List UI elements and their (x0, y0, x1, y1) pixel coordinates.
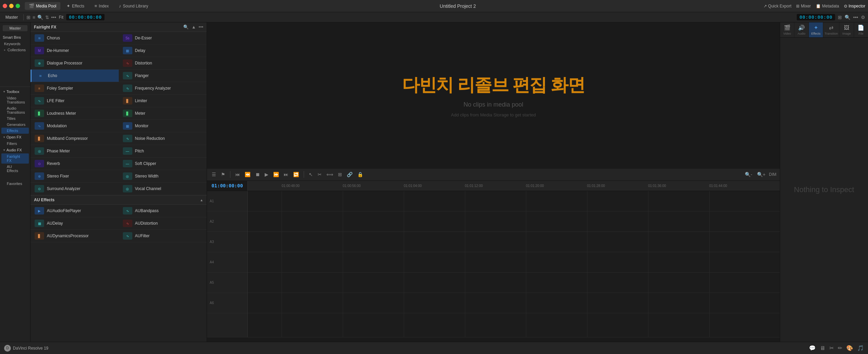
inspector-tab-audio[interactable]: 🔊 Audio (794, 22, 809, 37)
settings-icon[interactable]: ⚙ (861, 15, 865, 20)
chat-icon[interactable]: 💬 (809, 345, 816, 351)
fx-foley-sampler[interactable]: ≡ Foley Sampler (31, 82, 119, 95)
fx-au-filter[interactable]: ∿ AUFilter (119, 230, 207, 242)
grid-icon[interactable]: ⊞ (26, 15, 31, 20)
fx-phase-meter[interactable]: ◎ Phase Meter (31, 145, 119, 157)
fx-flanger[interactable]: ∿ Flanger (119, 70, 207, 82)
flag-button[interactable]: ⚑ (220, 171, 227, 178)
zoom-out-timeline[interactable]: 🔍- (743, 171, 754, 178)
search-icon[interactable]: 🔍 (37, 15, 43, 20)
fx-noise-reduction[interactable]: ∿ Noise Reduction (119, 132, 207, 145)
fx-meter[interactable]: ▊ Meter (119, 107, 207, 120)
mixer-button[interactable]: ⊞ Mixer (796, 4, 811, 8)
loop-button[interactable]: 🔁 (292, 171, 300, 178)
fx-loudness-meter[interactable]: ▊ Loudness Meter (31, 107, 119, 120)
sidebar-item-filters[interactable]: Filters (1, 141, 29, 147)
step-forward[interactable]: ⏩ (272, 171, 280, 178)
search-fx-button[interactable]: 🔍 (183, 24, 189, 30)
fx-au-dynamics-processor[interactable]: ▊ AUDynamicsProcessor (31, 230, 119, 242)
fx-lfe-filter[interactable]: ∿ LFE Filter (31, 95, 119, 107)
view-icon[interactable]: ⊞ (838, 15, 842, 20)
sidebar-item-au-effects[interactable]: AU Effects (1, 164, 29, 174)
minimize-button[interactable] (9, 4, 14, 8)
cut-page-icon[interactable]: ✂ (829, 345, 834, 351)
fx-surround-analyzer[interactable]: ⊙ Surround Analyzer (31, 183, 119, 195)
select-tool[interactable]: ↖ (307, 171, 314, 178)
more-options-icon[interactable]: ••• (853, 15, 858, 20)
keywords-item[interactable]: Keywords (3, 41, 27, 47)
fx-frequency-analyzer[interactable]: ∿ Frequency Analyzer (119, 82, 207, 95)
go-to-end[interactable]: ⏭ (282, 171, 290, 178)
inspector-tab-file[interactable]: 📄 File (854, 22, 868, 37)
inspector-tab-image[interactable]: 🖼 Image (839, 22, 854, 37)
fx-pitch[interactable]: — Pitch (119, 145, 207, 157)
sidebar-item-audio-transitions[interactable]: Audio Transitions (1, 105, 29, 115)
metadata-button[interactable]: 📋 Metadata (816, 4, 839, 8)
fx-au-distortion[interactable]: ∿ AUDistortion (119, 217, 207, 230)
inspector-tab-transition[interactable]: ⇄ Transition (823, 22, 839, 37)
play-button[interactable]: ▶ (263, 171, 270, 178)
fx-reverb[interactable]: ⊙ Reverb (31, 157, 119, 170)
tab-effects[interactable]: ✦ Effects (62, 2, 88, 10)
list-icon[interactable]: ≡ (33, 15, 35, 20)
quick-export-button[interactable]: ↗ Quick Export (763, 4, 792, 8)
blade-tool[interactable]: ✂ (316, 171, 323, 178)
zoom-icon[interactable]: 🔍 (845, 15, 850, 20)
tab-media-pool[interactable]: 🎬 Media Pool (25, 2, 60, 10)
fx-echo[interactable]: ≋ Echo (31, 70, 119, 82)
fx-chorus[interactable]: ≋ Chorus (31, 32, 119, 44)
fx-au-delay[interactable]: ▦ AUDelay (31, 217, 119, 230)
fx-monitor[interactable]: ▦ Monitor (119, 120, 207, 132)
maximize-button[interactable] (16, 4, 20, 8)
fx-de-hummer[interactable]: M De-Hummer (31, 44, 119, 57)
step-back[interactable]: ⏪ (243, 171, 252, 178)
sidebar-item-titles[interactable]: Titles (1, 115, 29, 122)
edit-page-icon[interactable]: ✏ (838, 345, 842, 351)
sidebar-item-effects[interactable]: Effects (1, 128, 29, 134)
fx-multiband-compressor[interactable]: ▊ Multiband Compressor (31, 132, 119, 145)
collapse-fx-button[interactable]: ▲ (191, 24, 196, 30)
fx-distortion[interactable]: ∿ Distortion (119, 57, 207, 70)
tab-sound-library[interactable]: ♪ Sound Library (115, 2, 152, 10)
color-page-icon[interactable]: 🎨 (846, 345, 853, 351)
inspector-tab-video[interactable]: 🎬 Video (780, 22, 794, 37)
fx-au-audio-file-player[interactable]: ▶ AUAudioFilePlayer (31, 205, 119, 217)
sort-icon[interactable]: ⇅ (45, 15, 49, 20)
stop-button[interactable]: ⏹ (254, 171, 261, 178)
dynamic-trim[interactable]: ⟺ (325, 171, 335, 178)
snap-toggle[interactable]: ⊞ (337, 171, 343, 178)
inspector-button[interactable]: ⊙ Inspector (844, 4, 865, 8)
lock-toggle[interactable]: 🔒 (356, 171, 364, 178)
fx-au-bandpass[interactable]: ∿ AUBandpass (119, 205, 207, 217)
fx-modulation[interactable]: ∿ Modulation (31, 120, 119, 132)
sidebar-item-favorites[interactable]: Favorites (1, 181, 29, 187)
toolbox-section-header[interactable]: ▾ Toolbox (1, 88, 29, 95)
track-content[interactable] (248, 191, 780, 337)
go-to-start[interactable]: ⏮ (234, 171, 241, 178)
link-toggle[interactable]: 🔗 (345, 171, 354, 178)
fx-delay[interactable]: ▦ Delay (119, 44, 207, 57)
monitor-icon[interactable]: 🖥 (820, 345, 825, 351)
fx-vocal-channel[interactable]: ◎ Vocal Channel (119, 183, 207, 195)
zoom-in-timeline[interactable]: 🔍+ (756, 171, 767, 178)
sidebar-item-fairlight-fx[interactable]: Fairlight FX (1, 153, 29, 164)
more-fx-button[interactable]: ••• (199, 24, 203, 30)
sidebar-item-generators[interactable]: Generators (1, 122, 29, 128)
fx-dialogue-processor[interactable]: ⊕ Dialogue Processor (31, 57, 119, 70)
fx-soft-clipper[interactable]: — Soft Clipper (119, 157, 207, 170)
inspector-tab-effects[interactable]: ✦ Effects (809, 22, 823, 37)
more-icon[interactable]: ••• (51, 15, 56, 20)
fairlight-page-icon[interactable]: 🎵 (857, 345, 864, 351)
tab-index[interactable]: ≡ Index (91, 2, 113, 10)
fx-limiter[interactable]: ▊ Limiter (119, 95, 207, 107)
audio-fx-section-header[interactable]: ▾ Audio FX (1, 147, 29, 153)
au-effects-header[interactable]: AU Effects ▲ (31, 195, 207, 205)
fairlight-fx-header[interactable]: Fairlight FX 🔍 ▲ ••• (31, 22, 207, 32)
fx-stereo-width[interactable]: ◎ Stereo Width (119, 170, 207, 183)
timeline-scrollbar[interactable] (207, 337, 780, 342)
collections-item[interactable]: ▸ Collections (3, 47, 27, 53)
fx-stereo-fixer[interactable]: ⊛ Stereo Fixer (31, 170, 119, 183)
sidebar-item-video-transitions[interactable]: Video Transitions (1, 95, 29, 105)
open-fx-section-header[interactable]: ▾ Open FX (1, 134, 29, 141)
fx-de-esser[interactable]: Ss De-Esser (119, 32, 207, 44)
